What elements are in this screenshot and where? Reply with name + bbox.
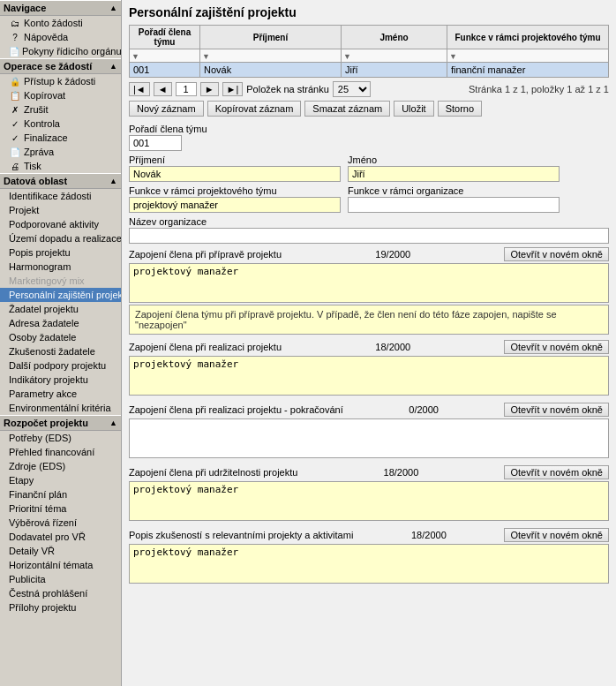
prijmeni-input[interactable] bbox=[129, 166, 341, 182]
sidebar-item-popis-projektu[interactable]: Popis projektu bbox=[0, 245, 121, 260]
kopirovat-zaznam-button[interactable]: Kopírovat záznam bbox=[207, 101, 302, 117]
open-window-btn-realizace[interactable]: Otevřít v novém okně bbox=[504, 340, 609, 354]
textarea-zkusenosti-count: 18/2000 bbox=[411, 530, 447, 540]
sidebar-item-marketingovy-mix: Marketingový mix bbox=[0, 274, 121, 288]
form-row-poradi: Pořadí člena týmu bbox=[129, 124, 609, 151]
sidebar-item-finalizace[interactable]: ✓ Finalizace bbox=[0, 131, 121, 145]
sidebar-item-zrusit[interactable]: ✗ Zrušit bbox=[0, 102, 121, 117]
storno-button[interactable]: Storno bbox=[438, 101, 482, 117]
sidebar-item-indikatory[interactable]: Indikátory projektu bbox=[0, 373, 121, 387]
sidebar-item-vyberova-rizeni[interactable]: Výběrová řízení bbox=[0, 516, 121, 530]
textarea-realizace[interactable]: projektový manažer bbox=[129, 356, 609, 396]
x-icon: ✗ bbox=[9, 105, 21, 115]
sidebar-item-podporovane-aktivity[interactable]: Podporované aktivity bbox=[0, 217, 121, 231]
sidebar-item-osoby-zadatele[interactable]: Osoby žadatele bbox=[0, 330, 121, 344]
sidebar-item-cestna-prohlaseni[interactable]: Čestná prohlášení bbox=[0, 586, 121, 600]
sidebar-item-pokyny[interactable]: 📄 Pokyny řídicího orgánu bbox=[0, 44, 121, 58]
form-section: Pořadí člena týmu Příjmení Jméno Funkce bbox=[129, 124, 609, 585]
report-icon: 📄 bbox=[9, 147, 21, 157]
open-window-btn-priprava[interactable]: Otevřít v novém okně bbox=[504, 247, 609, 261]
sidebar-item-projekt[interactable]: Projekt bbox=[0, 203, 121, 217]
funkce-projektu-input[interactable] bbox=[129, 197, 341, 213]
sidebar-item-konto-zadosti[interactable]: 🗂 Konto žádosti bbox=[0, 16, 121, 30]
sidebar-item-napoveda[interactable]: ? Nápověda bbox=[0, 30, 121, 44]
sidebar-item-financni-plan[interactable]: Finanční plán bbox=[0, 487, 121, 501]
sidebar-section-navigace[interactable]: Navigace ▲ bbox=[0, 0, 121, 16]
textarea-zkusenosti-label: Popis zkušeností s relevantními projekty… bbox=[129, 530, 353, 540]
help-icon: ? bbox=[9, 33, 21, 42]
textarea-priprava[interactable]: projektový manažer bbox=[129, 263, 609, 303]
field-poradi: Pořadí člena týmu bbox=[129, 124, 207, 151]
action-bar: Nový záznam Kopírovat záznam Smazat zázn… bbox=[129, 101, 609, 117]
sidebar-item-publicita[interactable]: Publicita bbox=[0, 572, 121, 586]
novy-zaznam-button[interactable]: Nový záznam bbox=[129, 101, 204, 117]
sidebar-section-rozpocet[interactable]: Rozpočet projektu ▲ bbox=[0, 415, 121, 431]
sidebar-item-uzemi[interactable]: Území dopadu a realizace bbox=[0, 231, 121, 245]
datova-arrow-icon: ▲ bbox=[109, 177, 117, 185]
sidebar-item-etapy[interactable]: Etapy bbox=[0, 473, 121, 487]
sidebar-item-prehled-financovani[interactable]: Přehled financování bbox=[0, 445, 121, 459]
last-page-button[interactable]: ►| bbox=[222, 82, 244, 96]
field-funkce-projektu: Funkce v rámci projektového týmu bbox=[129, 185, 341, 213]
jmeno-label: Jméno bbox=[348, 155, 560, 165]
sidebar-item-personalni-zajisteni[interactable]: Personální zajištění projektu bbox=[0, 288, 121, 302]
open-window-btn-realizace-pokr[interactable]: Otevřít v novém okně bbox=[504, 403, 609, 417]
sidebar-item-adresa-zadatele[interactable]: Adresa žadatele bbox=[0, 316, 121, 330]
textarea-priprava-label: Zapojení člena při přípravě projektu bbox=[129, 249, 282, 260]
sidebar-item-parametry-akce[interactable]: Parametry akce bbox=[0, 387, 121, 401]
prijmeni-label: Příjmení bbox=[129, 155, 341, 165]
textarea-realizace-pokr[interactable] bbox=[129, 418, 609, 458]
sidebar-item-dalsi-podpory[interactable]: Další podpory projektu bbox=[0, 358, 121, 373]
form-row-nazev-organizace: Název organizace bbox=[129, 216, 609, 244]
items-per-page-select[interactable]: 25 50 100 bbox=[333, 81, 371, 97]
filter-prijmeni: ▼ bbox=[200, 49, 342, 63]
sidebar-item-environmentalni[interactable]: Environmentální kritéria bbox=[0, 401, 121, 415]
cell-prijmeni: Novák bbox=[200, 63, 342, 78]
col-prijmeni: Příjmení bbox=[200, 26, 342, 49]
pagination-info: Stránka 1 z 1, položky 1 až 1 z 1 bbox=[469, 84, 609, 94]
textarea-udrzitelnost[interactable]: projektový manažer bbox=[129, 481, 609, 521]
doc-icon: 📄 bbox=[9, 47, 19, 57]
col-funkce: Funkce v rámci projektového týmu bbox=[447, 26, 609, 49]
table-row[interactable]: 001 Novák Jiří finanční manažer bbox=[130, 63, 609, 78]
field-prijmeni: Příjmení bbox=[129, 155, 341, 182]
sidebar-item-zdroje-eds[interactable]: Zdroje (EDS) bbox=[0, 459, 121, 473]
page-number-input[interactable] bbox=[176, 82, 197, 96]
smazat-zaznam-button[interactable]: Smazat záznam bbox=[304, 101, 390, 117]
textarea-zkusenosti[interactable]: projektový manažer bbox=[129, 544, 609, 584]
col-poradi: Pořadí člena týmu bbox=[130, 26, 200, 49]
prev-page-button[interactable]: ◄ bbox=[154, 82, 172, 96]
next-page-button[interactable]: ► bbox=[200, 82, 219, 96]
sidebar-item-dodavatel-vr[interactable]: Dodavatel pro VŘ bbox=[0, 530, 121, 544]
sidebar-item-detaily-vr[interactable]: Detaily VŘ bbox=[0, 544, 121, 558]
cell-jmeno: Jiří bbox=[342, 63, 447, 78]
sidebar-item-zkusenosti-zadatele[interactable]: Zkušenosti žadatele bbox=[0, 344, 121, 358]
sidebar-section-datova-oblast[interactable]: Datová oblast ▲ bbox=[0, 173, 121, 189]
sidebar-item-horizontalni-temata[interactable]: Horizontální témata bbox=[0, 558, 121, 572]
main-content: Personální zajištění projektu Pořadí čle… bbox=[122, 0, 616, 686]
sidebar-item-kontrola[interactable]: ✓ Kontrola bbox=[0, 117, 121, 131]
sidebar-item-identifikace[interactable]: Identifikace žádosti bbox=[0, 189, 121, 203]
funkce-organizace-label: Funkce v rámci organizace bbox=[348, 185, 560, 196]
open-window-btn-udrzitelnost[interactable]: Otevřít v novém okně bbox=[504, 465, 609, 479]
poradi-input[interactable] bbox=[129, 135, 182, 151]
sidebar-item-harmonogram[interactable]: Harmonogram bbox=[0, 260, 121, 274]
sidebar-item-zprava[interactable]: 📄 Zpráva bbox=[0, 145, 121, 159]
funkce-organizace-input[interactable] bbox=[348, 197, 560, 213]
first-page-button[interactable]: |◄ bbox=[129, 82, 150, 96]
sidebar-item-tisk[interactable]: 🖨 Tisk bbox=[0, 159, 121, 173]
ulozit-button[interactable]: Uložit bbox=[394, 101, 434, 117]
nazev-organizace-input[interactable] bbox=[129, 228, 609, 244]
open-window-btn-zkusenosti[interactable]: Otevřít v novém okně bbox=[504, 528, 609, 542]
field-nazev-organizace: Název organizace bbox=[129, 216, 609, 244]
sidebar-section-operace[interactable]: Operace se žádostí ▲ bbox=[0, 58, 121, 74]
sidebar-item-zadatel-projektu[interactable]: Žadatel projektu bbox=[0, 302, 121, 316]
sidebar-item-potreby-eds[interactable]: Potřeby (EDS) bbox=[0, 431, 121, 445]
sidebar-item-prioritni-tema[interactable]: Prioritní téma bbox=[0, 501, 121, 516]
sidebar-item-pristup[interactable]: 🔒 Přístup k žádosti bbox=[0, 74, 121, 88]
sidebar-item-kopirovat[interactable]: 📋 Kopírovat bbox=[0, 88, 121, 102]
sidebar-item-prilohy-projektu[interactable]: Přílohy projektu bbox=[0, 600, 121, 614]
filter-poradi: ▼ bbox=[130, 49, 200, 63]
jmeno-input[interactable] bbox=[348, 166, 560, 182]
check-icon: ✓ bbox=[9, 119, 21, 129]
